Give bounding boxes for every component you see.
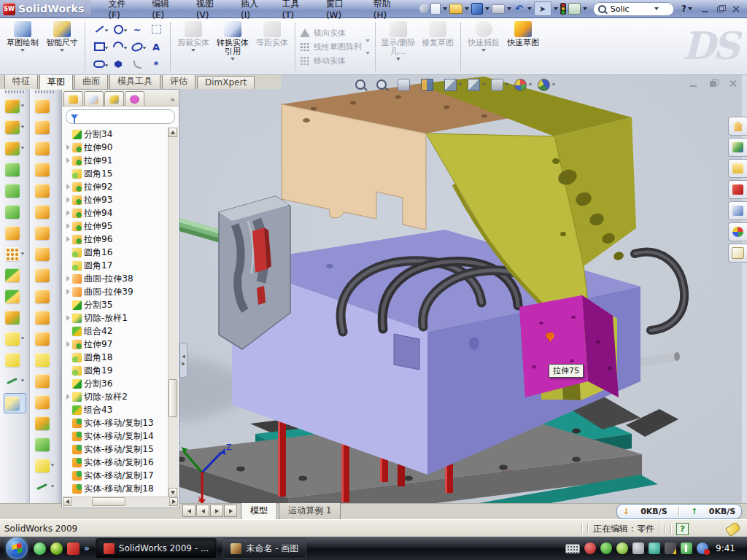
scene-icon[interactable] [538,77,556,92]
document-tab[interactable]: 运动算例 1 [279,503,341,520]
expand-arrow-icon[interactable] [66,197,70,203]
dimxpertmanager-tab[interactable] [125,91,144,106]
ribbon-tab[interactable]: 曲面 [74,74,108,89]
close-icon[interactable] [732,5,741,13]
shell-icon[interactable] [5,182,25,199]
tool-dropdown-icon[interactable] [50,485,54,487]
tree-horizontal-scrollbar[interactable] [63,497,178,507]
tree-filter-box[interactable] [66,109,175,124]
tree-item[interactable]: 分割34 [63,128,168,141]
mirror-entities-button[interactable]: 镜向实体 [300,28,362,39]
scroll-right-button[interactable] [169,497,178,506]
selection-marquee-icon[interactable] [147,20,166,38]
split-icon[interactable] [5,266,25,284]
start-button[interactable] [6,537,28,559]
featuremanager-tab[interactable] [63,91,83,106]
menu-item[interactable]: 帮助(H) [367,0,411,23]
undo-icon[interactable]: ↶ [514,3,525,15]
print-dropdown-icon[interactable] [507,7,511,10]
tree-item[interactable]: 曲面-拉伸38 [63,272,168,285]
tool-dropdown-icon[interactable] [20,379,24,381]
tool-dropdown-icon[interactable] [20,337,24,339]
quicklaunch-thunder-icon[interactable] [50,542,63,555]
taskbar-item-paint[interactable]: 未命名 - 画图 [222,538,306,559]
expand-arrow-icon[interactable] [66,276,70,281]
open-icon[interactable] [449,4,462,14]
menu-item[interactable]: 插入(I) [234,0,274,23]
thicken-icon[interactable] [35,266,55,284]
search-dropdown-icon[interactable] [654,7,659,10]
chamfer-icon[interactable] [5,203,25,220]
expand-arrow-icon[interactable] [66,223,70,229]
keyboard-tray-icon[interactable] [565,544,580,553]
quicklaunch-overflow-icon[interactable]: » [84,543,90,553]
parting-line-icon[interactable] [35,351,55,368]
menu-item[interactable]: 窗口(W) [320,0,365,23]
tree-vertical-scrollbar[interactable] [168,128,178,497]
toolbar-grip[interactable] [5,90,24,93]
expand-arrow-icon[interactable] [66,315,70,321]
menu-item[interactable]: 编辑(E) [145,0,188,23]
tree-item[interactable]: 实体-移动/复制16 [63,456,168,469]
sketch-button[interactable]: 草图绘制 [3,19,42,74]
expand-arrow-icon[interactable] [66,236,70,242]
tree-item[interactable]: 拉伸94 [63,206,168,219]
tree-item[interactable]: 实体-移动/复制15 [63,443,168,456]
solid-body-icon[interactable] [35,435,55,453]
rotate-view-icon[interactable] [398,77,416,92]
custom-properties-tab[interactable] [728,244,747,262]
point-icon[interactable]: * [147,55,166,73]
move-copy-body-icon[interactable] [5,308,25,326]
design-library-tab[interactable] [728,138,747,157]
antivirus-tray-icon[interactable] [584,542,596,554]
save-dropdown-icon[interactable] [485,7,489,10]
tree-item[interactable]: 圆角16 [63,246,168,259]
propertymanager-tab[interactable] [84,91,104,106]
tooling-split-icon[interactable] [35,330,55,347]
help-button[interactable]: ? [681,4,686,14]
solidworks-resources-tab[interactable] [728,180,747,199]
document-tab[interactable]: 模型 [241,503,277,520]
tree-item[interactable]: 拉伸93 [63,193,168,206]
sync-tray-icon[interactable] [697,542,708,554]
tree-item[interactable]: 分割35 [63,298,168,311]
menu-item[interactable]: 文件(F) [101,0,144,23]
taskbar-item-solidworks[interactable]: SolidWorks 2009 - ... [96,538,217,559]
wrap-icon[interactable] [5,224,25,241]
tree-item[interactable]: 分割36 [63,377,168,390]
display-delete-relations-button[interactable]: 显示/删除几... [379,19,418,74]
polygon-icon[interactable] [109,55,128,73]
tree-item[interactable]: 实体-移动/复制14 [63,429,168,443]
smart-dimension-button[interactable]: 智能尺寸 [42,19,82,74]
swept-surface-icon[interactable] [35,97,55,114]
tree-item[interactable]: 组合42 [63,324,168,338]
expand-arrow-icon[interactable] [66,341,70,347]
tree-item[interactable]: 组合43 [63,403,168,416]
expand-arrow-icon[interactable] [66,184,70,190]
pin-icon[interactable] [419,4,428,13]
select-tool-icon[interactable]: ➤ [534,1,551,16]
ellipse-icon[interactable] [128,38,147,55]
volume-tray-icon[interactable] [632,542,644,554]
tree-item[interactable]: 拉伸96 [63,233,168,246]
spline-curve-icon[interactable] [35,478,55,495]
trim-entities-button[interactable]: 剪裁实体 [174,19,213,74]
resources-home-tab[interactable] [728,117,747,136]
tree-item[interactable]: 实体-移动/复制17 [63,469,168,482]
undo-dropdown-icon[interactable] [527,7,532,10]
shut-off-surface-icon[interactable] [35,393,55,411]
search-box[interactable] [593,2,674,16]
rectangle-icon[interactable] [90,38,109,55]
new-document-icon[interactable] [430,3,441,15]
trimmed-surface-icon[interactable] [35,139,55,157]
view-orientation-icon[interactable] [444,77,462,92]
tree-item[interactable]: 圆角17 [63,259,168,272]
rapid-sketch-button[interactable]: 快速草图 [503,19,543,74]
tree-item[interactable]: 圆角18 [63,351,168,364]
arc-icon[interactable] [109,38,128,55]
tool-dropdown-icon[interactable] [20,252,24,254]
ribbon-tab[interactable]: 草图 [39,73,73,90]
tree-item[interactable]: 圆角19 [63,364,168,377]
tree-item[interactable]: 实体-移动/复制18 [63,482,168,495]
tree-item[interactable]: 曲面-拉伸39 [63,285,168,298]
